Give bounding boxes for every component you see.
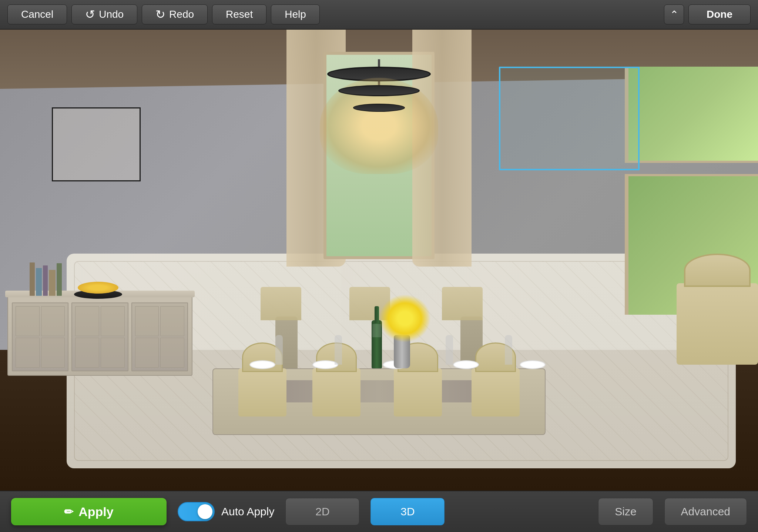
help-button[interactable]: Help bbox=[271, 4, 320, 24]
plate bbox=[453, 360, 479, 369]
wine-glass-3 bbox=[446, 335, 453, 365]
flowers bbox=[379, 294, 431, 342]
chandelier bbox=[316, 67, 442, 170]
done-button[interactable]: Done bbox=[688, 4, 751, 24]
fruit bbox=[78, 282, 118, 294]
mode-2d-label: 2D bbox=[315, 505, 329, 518]
door-pane bbox=[160, 306, 184, 336]
chandelier-bottom-ring bbox=[353, 104, 405, 112]
redo-button[interactable]: Redo bbox=[142, 4, 208, 24]
apply-label: Apply bbox=[78, 505, 113, 519]
bottle-neck bbox=[375, 306, 379, 323]
sideboard-doors bbox=[12, 302, 188, 371]
auto-apply-label: Auto Apply bbox=[221, 505, 274, 518]
door-pane bbox=[101, 338, 125, 368]
wall-art-frame[interactable] bbox=[52, 107, 141, 181]
undo-button[interactable]: Undo bbox=[71, 4, 137, 24]
book bbox=[49, 270, 56, 296]
undo-icon bbox=[85, 7, 95, 21]
chair-front-2 bbox=[312, 368, 360, 416]
window-right-top bbox=[625, 67, 758, 163]
wine-glass-4 bbox=[505, 335, 512, 365]
plate bbox=[520, 360, 546, 369]
door-pane bbox=[75, 338, 99, 368]
fruit-bowl bbox=[74, 290, 122, 299]
mode-2d-button[interactable]: 2D bbox=[285, 498, 359, 525]
book bbox=[36, 268, 42, 296]
chair-front-1 bbox=[238, 368, 286, 416]
plate bbox=[249, 360, 275, 369]
redo-label: Redo bbox=[169, 9, 194, 20]
chair-back bbox=[684, 254, 751, 287]
selection-rectangle-blue[interactable] bbox=[499, 67, 640, 170]
wine-glass-1 bbox=[275, 335, 283, 365]
door-pane bbox=[41, 306, 65, 336]
chair-back-1 bbox=[261, 287, 301, 320]
mode-3d-button[interactable]: 3D bbox=[370, 498, 445, 525]
cancel-button[interactable]: Cancel bbox=[7, 4, 67, 24]
door-pane bbox=[160, 338, 184, 368]
books-decoration bbox=[30, 262, 62, 296]
chandelier-inner-ring bbox=[338, 85, 420, 96]
chair-right-1 bbox=[677, 283, 758, 365]
help-label: Help bbox=[285, 9, 306, 20]
size-label: Size bbox=[615, 505, 636, 518]
door-pane bbox=[75, 306, 99, 336]
auto-apply-group: Auto Apply bbox=[178, 502, 274, 521]
collapse-button[interactable] bbox=[664, 4, 684, 24]
door-pane bbox=[101, 306, 125, 336]
door-pane bbox=[41, 338, 65, 368]
book bbox=[30, 262, 35, 296]
sideboard bbox=[7, 294, 192, 376]
cancel-label: Cancel bbox=[21, 9, 53, 20]
bottom-toolbar: ✏ Apply Auto Apply 2D 3D Size Advanced bbox=[0, 491, 758, 532]
chair-front-3 bbox=[394, 368, 442, 416]
advanced-button[interactable]: Advanced bbox=[664, 498, 747, 525]
redo-icon bbox=[155, 7, 165, 21]
advanced-label: Advanced bbox=[681, 505, 730, 518]
undo-label: Undo bbox=[99, 9, 124, 20]
book bbox=[43, 265, 48, 296]
done-label: Done bbox=[707, 9, 732, 20]
sideboard-door-1 bbox=[12, 302, 68, 371]
apply-button[interactable]: ✏ Apply bbox=[11, 498, 167, 525]
door-pane bbox=[135, 306, 159, 336]
reset-button[interactable]: Reset bbox=[212, 4, 266, 24]
door-pane bbox=[16, 338, 40, 368]
size-button[interactable]: Size bbox=[598, 498, 653, 525]
apply-icon: ✏ bbox=[64, 505, 73, 518]
door-pane bbox=[16, 306, 40, 336]
reset-label: Reset bbox=[226, 9, 253, 20]
book bbox=[57, 263, 62, 296]
wine-glass-2 bbox=[335, 335, 342, 365]
toggle-knob bbox=[198, 504, 212, 519]
mode-3d-label: 3D bbox=[400, 505, 415, 518]
chair-front-4 bbox=[472, 368, 520, 416]
sideboard-door-3 bbox=[131, 302, 188, 371]
top-toolbar: Cancel Undo Redo Reset Help Done bbox=[0, 0, 758, 30]
auto-apply-toggle[interactable] bbox=[178, 502, 215, 521]
sideboard-door-2 bbox=[71, 302, 128, 371]
collapse-icon bbox=[670, 9, 678, 21]
door-pane bbox=[135, 338, 159, 368]
scene-viewport[interactable] bbox=[0, 30, 758, 491]
chair-back-3 bbox=[442, 287, 483, 320]
